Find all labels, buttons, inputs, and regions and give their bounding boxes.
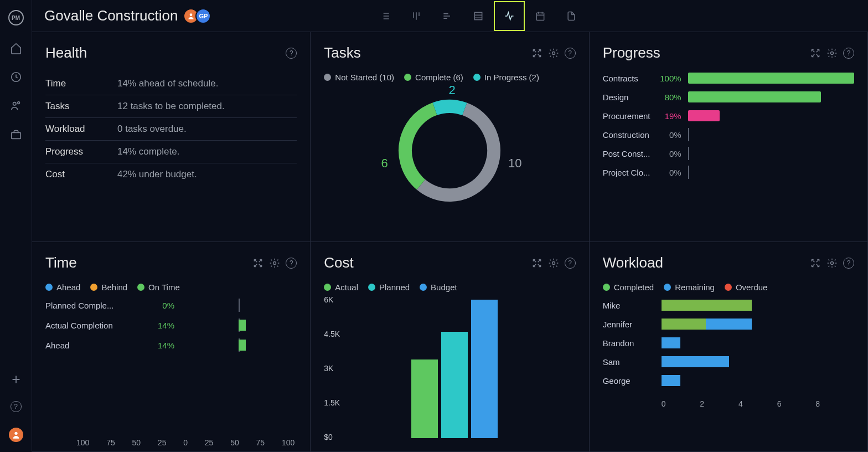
legend-label: Not Started (10) xyxy=(335,73,394,82)
legend-dot xyxy=(90,284,97,291)
legend-item: Behind xyxy=(90,282,127,292)
gear-icon[interactable] xyxy=(826,258,838,269)
workload-row: George xyxy=(603,375,854,386)
cost-ylabel: 6K xyxy=(324,295,333,304)
files-view-tab[interactable] xyxy=(556,1,587,31)
help-icon[interactable]: ? xyxy=(286,48,297,59)
sheet-view-tab[interactable] xyxy=(463,1,494,31)
progress-name: Contracts xyxy=(603,74,652,83)
project-title: Govalle Construction xyxy=(44,7,178,24)
cost-bar xyxy=(471,300,498,438)
legend-item: Overdue xyxy=(725,282,768,292)
axis-tick: 0 xyxy=(183,438,188,447)
user-avatar[interactable] xyxy=(9,428,23,442)
help-icon[interactable]: ? xyxy=(11,401,22,412)
svg-point-12 xyxy=(831,52,834,54)
svg-point-4 xyxy=(14,432,17,435)
dashboard-view-tab[interactable] xyxy=(494,1,525,31)
progress-bar xyxy=(688,91,821,102)
workload-seg xyxy=(706,319,752,330)
legend-item: Planned xyxy=(368,282,410,292)
legend-item: Complete (6) xyxy=(404,73,463,82)
time-title: Time xyxy=(45,254,77,271)
help-icon[interactable]: ? xyxy=(843,48,854,59)
health-row: Tasks12 tasks to be completed. xyxy=(45,95,297,118)
expand-icon[interactable] xyxy=(252,258,264,269)
help-icon[interactable]: ? xyxy=(286,258,297,269)
legend-label: Actual xyxy=(335,282,358,292)
progress-pct: 100% xyxy=(658,74,681,83)
time-bar xyxy=(239,340,246,351)
time-row: Ahead14% xyxy=(45,340,297,351)
workload-name: Brandon xyxy=(603,338,655,348)
help-icon[interactable]: ? xyxy=(565,48,576,59)
calendar-view-tab[interactable] xyxy=(525,1,556,31)
expand-icon[interactable] xyxy=(810,48,821,59)
health-label: Tasks xyxy=(45,101,117,112)
axis-tick: 50 xyxy=(230,438,239,447)
expand-icon[interactable] xyxy=(810,258,821,269)
progress-row: Design80% xyxy=(603,91,854,102)
workload-bar xyxy=(662,375,854,386)
time-panel: Time ? AheadBehindOn Time Planned Comple… xyxy=(32,242,311,452)
axis-tick: 75 xyxy=(256,438,265,447)
time-name: Planned Comple... xyxy=(45,301,142,310)
gear-icon[interactable] xyxy=(548,258,559,269)
progress-bar xyxy=(688,110,720,121)
legend-item: Budget xyxy=(420,282,457,292)
workload-bar xyxy=(662,356,854,367)
legend-item: Completed xyxy=(603,282,654,292)
legend-label: Planned xyxy=(379,282,410,292)
collaborator-avatars[interactable]: GP xyxy=(187,8,211,24)
svg-point-8 xyxy=(552,52,555,54)
workload-name: Sam xyxy=(603,357,655,367)
gear-icon[interactable] xyxy=(269,258,280,269)
svg-point-15 xyxy=(831,261,834,264)
workload-bar xyxy=(662,319,854,330)
svg-rect-7 xyxy=(536,13,544,20)
tasks-panel: Tasks ? Not Started (10)Complete (6)In P… xyxy=(311,32,589,242)
workload-name: George xyxy=(603,376,655,386)
svg-point-13 xyxy=(273,261,276,264)
progress-bar-bg xyxy=(688,167,854,178)
workload-row: Brandon xyxy=(603,337,854,348)
plus-icon[interactable] xyxy=(10,373,22,386)
home-icon[interactable] xyxy=(10,42,22,54)
legend-label: Remaining xyxy=(675,282,715,292)
legend-dot xyxy=(404,74,411,81)
progress-bar xyxy=(688,73,854,84)
progress-pct: 0% xyxy=(658,130,681,140)
axis-tick: 6 xyxy=(777,399,816,408)
cost-title: Cost xyxy=(324,254,353,271)
help-icon[interactable]: ? xyxy=(843,258,854,269)
tasks-title: Tasks xyxy=(324,44,360,61)
time-bar-area xyxy=(180,340,297,351)
progress-bar-bg xyxy=(688,148,854,159)
board-view-tab[interactable] xyxy=(401,1,432,31)
gantt-view-tab[interactable] xyxy=(432,1,463,31)
svg-point-5 xyxy=(190,13,193,16)
help-icon[interactable]: ? xyxy=(565,258,576,269)
gear-icon[interactable] xyxy=(826,48,838,59)
people-icon[interactable] xyxy=(10,100,22,112)
legend-item: Ahead xyxy=(45,282,80,292)
workload-seg xyxy=(662,319,706,330)
gear-icon[interactable] xyxy=(548,48,559,59)
clock-icon[interactable] xyxy=(10,71,22,83)
app-logo[interactable]: PM xyxy=(8,10,24,25)
workload-bar xyxy=(662,300,854,311)
time-bar-area xyxy=(180,300,297,311)
legend-dot xyxy=(137,284,144,291)
progress-name: Post Const... xyxy=(603,149,652,158)
expand-icon[interactable] xyxy=(531,48,542,59)
view-tabs xyxy=(370,1,587,31)
axis-tick: 100 xyxy=(282,438,294,447)
donut-label-inprogress: 2 xyxy=(448,83,455,97)
briefcase-icon[interactable] xyxy=(10,129,22,141)
axis-tick: 0 xyxy=(662,399,700,408)
avatar-initials: GP xyxy=(195,8,211,24)
cost-panel: Cost ? ActualPlannedBudget 6K4.5K3K1.5K$… xyxy=(311,242,589,452)
expand-icon[interactable] xyxy=(531,258,542,269)
list-view-tab[interactable] xyxy=(370,1,401,31)
legend-label: Overdue xyxy=(736,282,768,292)
